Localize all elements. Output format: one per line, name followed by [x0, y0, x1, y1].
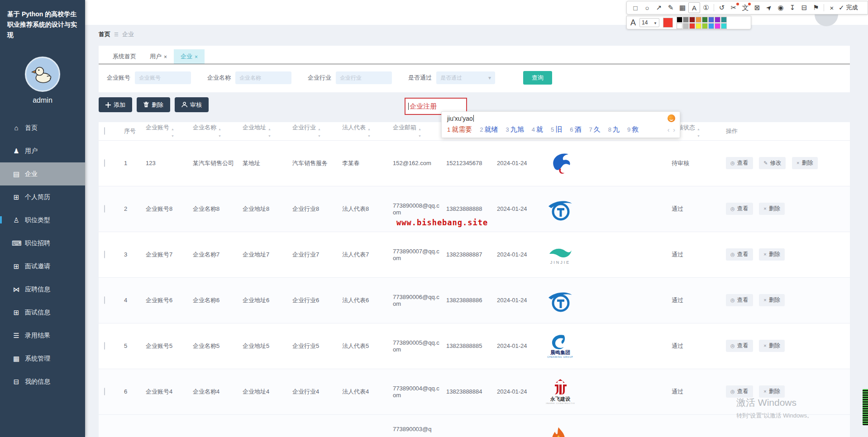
sidebar-scroll-nub[interactable] [0, 216, 2, 223]
edit-button[interactable]: ✎修改 [759, 157, 786, 169]
delete-row-button[interactable]: ×删除 [759, 248, 784, 261]
sidebar-item[interactable]: ⌨ 职位招聘 [0, 232, 85, 255]
bookmark-icon[interactable]: ⚑ [810, 2, 822, 13]
sidebar-item[interactable]: ☰ 录用结果 [0, 324, 85, 347]
rectangle-icon[interactable]: □ [630, 2, 641, 13]
delete-row-button[interactable]: ×删除 [759, 340, 784, 352]
view-button[interactable]: ◎查看 [726, 203, 753, 215]
device-icon[interactable]: ⊟ [798, 2, 810, 13]
column-header[interactable]: 企业邮箱 [393, 124, 416, 131]
pen-icon[interactable]: ✎ [665, 2, 677, 13]
sort-icons[interactable] [318, 125, 321, 138]
ime-candidate[interactable]: 4就 [532, 125, 543, 134]
palette-color-swatch[interactable] [708, 23, 714, 29]
arrow-icon[interactable]: ↗ [653, 2, 665, 13]
tab[interactable]: 企业 [174, 49, 205, 64]
sort-desc-icon[interactable] [418, 132, 421, 138]
sort-desc-icon[interactable] [268, 132, 271, 138]
ime-candidate[interactable]: 1就需要 [447, 125, 472, 134]
breadcrumb-home[interactable]: 首页 [99, 30, 110, 38]
mosaic-icon[interactable]: ▦ [677, 2, 688, 13]
view-button[interactable]: ◎查看 [726, 385, 753, 398]
row-checkbox[interactable] [104, 342, 105, 350]
ime-candidate[interactable]: 7久 [589, 125, 600, 134]
view-button[interactable]: ◎查看 [726, 248, 753, 261]
sidebar-item[interactable]: ▤ 企业 [0, 162, 85, 185]
sidebar-item[interactable]: ⊞ 面试信息 [0, 301, 85, 324]
sidebar-item[interactable]: ⊞ 个人简历 [0, 185, 85, 209]
close-icon[interactable]: × [826, 2, 838, 13]
select-all-checkbox[interactable] [104, 127, 105, 135]
sort-desc-icon[interactable] [367, 132, 371, 138]
palette-color-swatch[interactable] [715, 23, 720, 29]
sort-asc-icon[interactable] [418, 125, 421, 132]
sort-icons[interactable] [697, 125, 700, 138]
row-checkbox[interactable] [104, 296, 105, 304]
sort-icons[interactable] [418, 125, 421, 138]
delete-row-button[interactable]: ×删除 [759, 294, 784, 306]
palette-color-swatch[interactable] [721, 23, 727, 29]
row-checkbox[interactable] [104, 251, 105, 258]
sidebar-item[interactable]: ⊟ 我的信息 [0, 370, 85, 393]
ime-candidate[interactable]: 2就绪 [480, 125, 498, 134]
sort-desc-icon[interactable] [218, 132, 221, 138]
download-icon[interactable]: ↧ [787, 2, 798, 13]
delete-row-button[interactable]: ×删除 [759, 385, 784, 398]
ime-candidate[interactable]: 3九旭 [506, 125, 524, 134]
delete-button[interactable]: 删除 [137, 97, 170, 112]
ime-candidate[interactable]: 9救 [627, 125, 639, 134]
current-color-swatch[interactable] [663, 18, 673, 28]
divider[interactable] [712, 2, 716, 13]
palette-color-swatch[interactable] [696, 17, 701, 23]
step-number-icon[interactable]: ① [700, 2, 712, 13]
record-icon[interactable]: ◉ [775, 2, 787, 13]
palette-color-swatch[interactable] [689, 17, 695, 23]
sort-asc-icon[interactable] [218, 125, 221, 132]
font-size-dropdown[interactable]: 14 [639, 18, 659, 27]
pin-icon[interactable]: ➤ [763, 2, 775, 13]
avatar[interactable] [25, 57, 60, 92]
divider[interactable] [822, 2, 826, 13]
palette-color-swatch[interactable] [683, 17, 689, 23]
sidebar-item[interactable]: ⌂ 首页 [0, 116, 85, 139]
row-checkbox[interactable] [104, 159, 105, 167]
sort-desc-icon[interactable] [318, 132, 321, 138]
tab[interactable]: 系统首页 [106, 49, 143, 64]
palette-color-swatch[interactable] [721, 17, 727, 23]
delete-row-button[interactable]: ×删除 [759, 203, 784, 215]
palette-color-swatch[interactable] [683, 23, 689, 29]
delete-row-button[interactable]: ×删除 [792, 157, 817, 169]
sort-desc-icon[interactable] [171, 132, 174, 138]
palette-color-swatch[interactable] [702, 23, 708, 29]
palette-color-swatch[interactable] [702, 17, 708, 23]
tab-close-icon[interactable] [195, 53, 198, 60]
sort-icons[interactable] [171, 125, 174, 138]
view-button[interactable]: ◎查看 [726, 157, 753, 169]
ime-next-icon[interactable]: › [673, 126, 675, 133]
sort-asc-icon[interactable] [268, 125, 271, 132]
translate-icon[interactable]: 文 [739, 2, 751, 13]
ime-candidate[interactable]: 5旧 [551, 125, 562, 134]
undo-icon[interactable]: ↺ [716, 2, 728, 13]
ellipse-icon[interactable]: ○ [641, 2, 653, 13]
column-header[interactable]: 企业账号 [146, 124, 169, 131]
column-header[interactable]: 法人代表 [342, 124, 366, 131]
audit-button[interactable]: 审核 [175, 97, 209, 112]
sidebar-item[interactable]: ⊞ 面试邀请 [0, 255, 85, 278]
view-button[interactable]: ◎查看 [726, 294, 753, 306]
search-button[interactable]: 查询 [523, 71, 552, 85]
sort-asc-icon[interactable] [171, 125, 174, 132]
sort-asc-icon[interactable] [318, 125, 321, 132]
column-header[interactable]: 企业行业 [292, 124, 316, 131]
sort-icons[interactable] [367, 125, 371, 138]
sidebar-item[interactable]: ♙ 职位类型 [0, 209, 85, 232]
column-header[interactable]: 企业名称 [193, 124, 216, 131]
sort-asc-icon[interactable] [697, 125, 700, 132]
palette-color-swatch[interactable] [677, 17, 682, 23]
sidebar-item[interactable]: ▦ 系统管理 [0, 347, 85, 370]
sort-desc-icon[interactable] [697, 132, 700, 138]
ime-candidate[interactable]: 6酒 [570, 125, 581, 134]
palette-color-swatch[interactable] [689, 23, 695, 29]
palette-color-swatch[interactable] [677, 23, 682, 29]
ocr-icon[interactable]: ⊠ [751, 2, 763, 13]
